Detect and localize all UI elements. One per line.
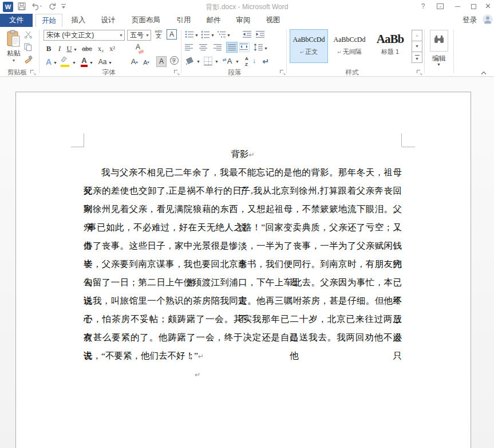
- tab-references[interactable]: 引用: [170, 14, 197, 27]
- phonetic-guide-button[interactable]: wén 文: [153, 29, 164, 41]
- font-size-combo[interactable]: 五号 ▼: [127, 30, 151, 41]
- font-dialog-launcher-icon[interactable]: [173, 69, 179, 75]
- sort-button[interactable]: A Z ↓: [245, 56, 256, 67]
- subscript-button[interactable]: x₂: [96, 44, 105, 54]
- chevron-down-icon[interactable]: ▼: [108, 61, 112, 65]
- bullets-button[interactable]: [185, 30, 194, 38]
- chevron-down-icon[interactable]: ▼: [72, 61, 76, 65]
- align-right-button[interactable]: [214, 44, 222, 51]
- borders-button[interactable]: [204, 57, 212, 65]
- copy-icon: [24, 43, 32, 51]
- save-icon[interactable]: [18, 2, 28, 11]
- tab-view[interactable]: 视图: [259, 14, 287, 27]
- chevron-down-icon[interactable]: ▼: [437, 62, 441, 66]
- decrease-indent-button[interactable]: [242, 30, 252, 38]
- user-avatar[interactable]: [483, 14, 493, 25]
- paste-button[interactable]: 粘贴 ▼: [3, 30, 24, 66]
- tab-file[interactable]: 文件: [0, 14, 33, 27]
- find-button[interactable]: [430, 30, 448, 52]
- binoculars-icon: [434, 35, 444, 44]
- style-no-spacing[interactable]: AaBbCcDd ↵无间隔: [330, 29, 369, 63]
- show-hide-marks-button[interactable]: ↵: [261, 56, 270, 67]
- sign-in-button[interactable]: 登录: [463, 14, 477, 27]
- highlight-color-button[interactable]: [60, 56, 71, 68]
- minimize-icon[interactable]: [450, 0, 465, 13]
- superscript-button[interactable]: x²: [108, 44, 117, 54]
- justify-button[interactable]: [226, 42, 238, 53]
- text-effects-button[interactable]: A: [44, 56, 53, 68]
- enclose-characters-button[interactable]: 字: [169, 56, 179, 67]
- style-preview: AaBb: [372, 32, 409, 46]
- italic-button[interactable]: I: [56, 44, 63, 54]
- undo-icon[interactable]: [31, 2, 45, 11]
- clipboard-dialog-launcher-icon[interactable]: [30, 69, 35, 75]
- close-icon[interactable]: ✕: [482, 0, 494, 13]
- chevron-down-icon[interactable]: ▼: [215, 60, 219, 64]
- character-border-button[interactable]: A: [167, 29, 177, 40]
- change-case-button[interactable]: Aa: [97, 56, 108, 68]
- align-center-button[interactable]: [199, 44, 208, 51]
- word-app-icon[interactable]: W: [3, 2, 13, 12]
- collapse-ribbon-icon[interactable]: [481, 70, 490, 76]
- align-left-button[interactable]: [185, 44, 193, 51]
- shading-button[interactable]: [185, 56, 195, 65]
- style-normal[interactable]: AaBbCcDd ↵正文: [290, 29, 328, 63]
- asian-layout-label: A: [227, 57, 232, 65]
- grow-font-button[interactable]: A▲: [128, 56, 139, 68]
- shrink-font-button[interactable]: A▼: [141, 57, 150, 68]
- document-canvas[interactable]: 背影↵ 我与父亲不相见已二年余了，我最不能忘记的是他的背影。那年冬天，祖母死了，…: [0, 77, 494, 448]
- maximize-icon[interactable]: [466, 0, 481, 13]
- chevron-down-icon[interactable]: ▼: [235, 60, 239, 64]
- asian-layout-button[interactable]: A ⇄: [224, 56, 235, 66]
- chevron-down-icon[interactable]: ▼: [89, 61, 93, 65]
- document-heading: 背影↵: [84, 145, 402, 163]
- tab-review[interactable]: 审阅: [230, 14, 257, 27]
- tab-home[interactable]: 开始: [35, 14, 62, 27]
- copy-button[interactable]: [24, 43, 35, 52]
- bold-button[interactable]: B: [44, 44, 53, 54]
- styles-scroll-down-icon[interactable]: ▼: [412, 41, 422, 52]
- font-name-combo[interactable]: 宋体 (中文正文) ▼: [44, 30, 125, 41]
- style-heading-1[interactable]: AaBb 标题 1: [371, 29, 409, 63]
- tab-mailings[interactable]: 邮件: [200, 14, 227, 27]
- strikethrough-button[interactable]: abc: [80, 44, 94, 54]
- chevron-down-icon[interactable]: ▼: [53, 61, 57, 65]
- page[interactable]: 背影↵ 我与父亲不相见已二年余了，我最不能忘记的是他的背影。那年冬天，祖母死了，…: [15, 92, 471, 448]
- document-text[interactable]: 背影↵ 我与父亲不相见已二年余了，我最不能忘记的是他的背影。那年冬天，祖母死了，…: [84, 145, 402, 383]
- tab-design[interactable]: 设计: [94, 14, 122, 27]
- styles-scroll-up-icon[interactable]: ▲: [412, 30, 422, 41]
- arrow-down-icon: ↓: [252, 57, 256, 65]
- character-shading-button[interactable]: A: [156, 56, 167, 67]
- styles-dialog-launcher-icon[interactable]: [416, 69, 422, 75]
- chevron-down-icon[interactable]: ▼: [211, 33, 215, 37]
- numbering-button[interactable]: [201, 30, 210, 38]
- chevron-down-icon[interactable]: ▼: [73, 48, 77, 52]
- multilevel-list-button[interactable]: [217, 30, 226, 38]
- chevron-down-icon[interactable]: ▼: [227, 33, 231, 37]
- pilcrow-icon: ↵: [198, 352, 204, 360]
- increase-indent-button[interactable]: [255, 30, 265, 38]
- chevron-down-icon[interactable]: ▼: [264, 46, 268, 50]
- distributed-button[interactable]: [239, 42, 250, 52]
- swap-arrows-icon: ⇄: [223, 55, 227, 65]
- qat-customize-icon[interactable]: [61, 3, 71, 13]
- paragraph-dialog-launcher-icon[interactable]: [279, 69, 285, 75]
- tab-page-layout[interactable]: 页面布局: [124, 14, 168, 27]
- redo-icon[interactable]: [48, 2, 58, 11]
- styles-more-icon[interactable]: ▼: [412, 52, 422, 63]
- group-separator: [286, 30, 287, 73]
- font-color-button[interactable]: A: [80, 56, 89, 68]
- font-color-bar: [81, 65, 88, 67]
- clear-formatting-button[interactable]: A: [132, 43, 144, 54]
- pilcrow-icon: ↵: [195, 371, 200, 379]
- line-spacing-button[interactable]: [254, 44, 263, 51]
- ribbon-display-options-icon[interactable]: [432, 0, 449, 13]
- format-painter-button[interactable]: [24, 55, 35, 65]
- cut-button[interactable]: [24, 31, 35, 40]
- underline-button[interactable]: U: [65, 44, 73, 54]
- help-icon[interactable]: ?: [416, 0, 430, 13]
- chevron-down-icon[interactable]: ▼: [196, 60, 200, 64]
- chevron-down-icon[interactable]: ▼: [195, 33, 199, 37]
- tab-insert[interactable]: 插入: [65, 14, 92, 27]
- font-size-value: 五号: [130, 31, 144, 39]
